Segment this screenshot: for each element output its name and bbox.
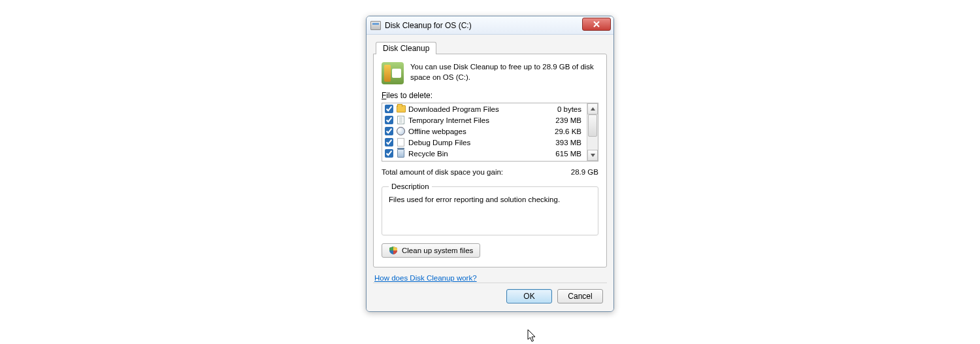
- list-item[interactable]: Debug Dump Files 393 MB: [382, 137, 587, 148]
- chevron-down-icon: [591, 154, 595, 157]
- description-group: Description Files used for error reporti…: [382, 182, 598, 235]
- files-listbox[interactable]: Downloaded Program Files 0 bytes Tempora…: [382, 103, 598, 162]
- tab-panel: You can use Disk Cleanup to free up to 2…: [373, 54, 607, 267]
- folder-icon: [396, 105, 406, 114]
- item-size: 393 MB: [544, 139, 583, 146]
- item-name: Offline webpages: [408, 128, 541, 135]
- titlebar[interactable]: Disk Cleanup for OS (C:): [367, 16, 613, 35]
- item-name: Temporary Internet Files: [408, 116, 541, 124]
- scroll-track[interactable]: [587, 114, 598, 150]
- shield-icon: [389, 246, 398, 255]
- globe-icon: [396, 127, 406, 136]
- item-checkbox[interactable]: [385, 138, 393, 146]
- total-row: Total amount of disk space you gain: 28.…: [382, 168, 598, 176]
- file-icon: [396, 138, 406, 147]
- close-icon: [593, 21, 600, 27]
- total-value: 28.9 GB: [571, 168, 598, 176]
- list-rows: Downloaded Program Files 0 bytes Tempora…: [382, 103, 587, 161]
- list-item[interactable]: Temporary Internet Files 239 MB: [382, 114, 587, 126]
- clean-up-label: Clean up system files: [402, 247, 473, 254]
- scroll-thumb[interactable]: [588, 114, 597, 137]
- help-link[interactable]: How does Disk Cleanup work?: [374, 274, 477, 282]
- intro-text: You can use Disk Cleanup to free up to 2…: [410, 62, 598, 84]
- scroll-up-button[interactable]: [587, 103, 598, 114]
- item-name: Downloaded Program Files: [408, 105, 541, 113]
- disk-cleanup-window: Disk Cleanup for OS (C:) Disk Cleanup Yo…: [366, 16, 614, 312]
- scroll-down-button[interactable]: [587, 150, 598, 161]
- tab-disk-cleanup[interactable]: Disk Cleanup: [376, 42, 436, 54]
- close-button[interactable]: [582, 18, 611, 31]
- intro-row: You can use Disk Cleanup to free up to 2…: [382, 62, 598, 84]
- files-label-rest: iles to delete:: [386, 91, 433, 100]
- item-size: 239 MB: [544, 116, 583, 124]
- item-name: Debug Dump Files: [408, 139, 541, 146]
- app-icon: [370, 21, 381, 30]
- ok-button[interactable]: OK: [506, 289, 552, 303]
- recycle-bin-icon: [396, 149, 406, 158]
- cancel-button[interactable]: Cancel: [557, 289, 603, 303]
- item-size: 29.6 KB: [544, 128, 583, 135]
- item-checkbox[interactable]: [385, 116, 393, 124]
- description-legend: Description: [389, 182, 432, 190]
- clean-up-system-files-button[interactable]: Clean up system files: [382, 243, 480, 258]
- item-size: 0 bytes: [544, 105, 583, 113]
- window-title: Disk Cleanup for OS (C:): [385, 21, 472, 30]
- tabstrip: Disk Cleanup: [373, 40, 607, 54]
- client-area: Disk Cleanup You can use Disk Cleanup to…: [367, 35, 613, 311]
- list-item[interactable]: Offline webpages 29.6 KB: [382, 126, 587, 137]
- list-item[interactable]: Downloaded Program Files 0 bytes: [382, 103, 587, 114]
- item-checkbox[interactable]: [385, 127, 393, 135]
- chevron-up-icon: [591, 107, 595, 111]
- vertical-scrollbar[interactable]: [587, 103, 598, 161]
- cursor-icon: [527, 330, 538, 344]
- list-item[interactable]: Recycle Bin 615 MB: [382, 148, 587, 159]
- page-icon: [396, 116, 406, 125]
- item-size: 615 MB: [544, 150, 583, 158]
- description-text: Files used for error reporting and solut…: [389, 196, 591, 203]
- item-checkbox[interactable]: [385, 105, 393, 113]
- disk-cleanup-icon: [382, 62, 404, 84]
- item-name: Recycle Bin: [408, 150, 541, 158]
- files-to-delete-label: Files to delete:: [382, 91, 598, 100]
- item-checkbox[interactable]: [385, 149, 393, 158]
- dialog-footer: OK Cancel: [373, 283, 607, 305]
- total-label: Total amount of disk space you gain:: [382, 168, 503, 176]
